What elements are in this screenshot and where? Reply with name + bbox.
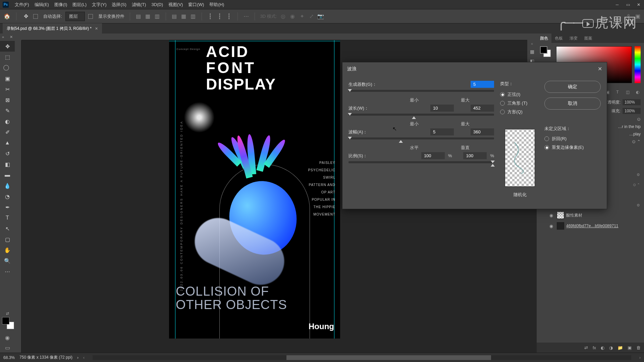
shape-tool[interactable]: ▢ — [0, 234, 15, 245]
distribute-v-icon[interactable]: ┇ — [217, 13, 223, 19]
stamp-tool[interactable]: ▲ — [0, 137, 15, 148]
delete-icon[interactable]: 🗑 — [636, 345, 641, 350]
swatches-tab[interactable]: 色板 — [551, 34, 566, 43]
color-panel-swatch[interactable] — [540, 46, 551, 57]
dodge-tool[interactable]: ◔ — [0, 191, 15, 202]
visibility-icon[interactable]: ◉ — [549, 224, 555, 229]
healing-tool[interactable]: ◐ — [0, 116, 15, 127]
menu-window[interactable]: 窗口(W) — [185, 0, 207, 9]
new-layer-icon[interactable]: ▣ — [628, 345, 632, 350]
randomize-button[interactable]: 随机化 — [506, 190, 534, 199]
menu-filter[interactable]: 滤镜(T) — [129, 0, 149, 9]
quickmask-icon[interactable]: ◉ — [0, 333, 15, 343]
wavelength-max-input[interactable]: 452 — [471, 105, 494, 112]
adjustment-icon[interactable]: ◑ — [609, 345, 613, 350]
menu-view[interactable]: 视图(V) — [166, 0, 185, 9]
mask-icon[interactable]: ◐ — [601, 345, 604, 350]
align-top-icon[interactable]: ▤ — [171, 13, 177, 19]
gradients-tab[interactable]: 渐变 — [566, 34, 581, 43]
wrap-radio[interactable]: 折回(R) — [544, 134, 601, 143]
generators-slider[interactable] — [348, 90, 494, 92]
align-right-icon[interactable]: ▥ — [154, 13, 160, 19]
group-icon[interactable]: 📁 — [618, 345, 623, 350]
wavelength-min-input[interactable]: 10 — [430, 105, 454, 112]
eraser-tool[interactable]: ◧ — [0, 159, 15, 170]
show-transform-checkbox[interactable] — [88, 14, 93, 19]
layer-external[interactable]: ◉ 469fd0fbd77e…b5fe0089711 — [540, 221, 641, 231]
crop-tool[interactable]: ✂ — [0, 84, 15, 95]
dock-icon-1[interactable]: ▦ — [529, 48, 535, 55]
amplitude-slider[interactable] — [348, 137, 494, 139]
more-tools[interactable]: ⋯ — [0, 266, 15, 277]
align-hcenter-icon[interactable]: ▦ — [145, 13, 151, 19]
filter-settings-icon[interactable]: ⚙ — [637, 173, 640, 177]
repeat-radio[interactable]: 重复边缘像素(E) — [544, 143, 601, 152]
filter-settings-icon[interactable]: ⚙ — [637, 203, 640, 207]
dialog-close-icon[interactable]: ✕ — [598, 66, 602, 72]
menu-3d[interactable]: 3D(D) — [149, 1, 166, 8]
hand-tool[interactable]: ✋ — [0, 245, 15, 255]
menu-select[interactable]: 选择(S) — [109, 0, 129, 9]
filter-smart-icon[interactable]: ◐ — [635, 89, 641, 95]
fill-field[interactable]: 100% — [623, 108, 641, 114]
align-left-icon[interactable]: ▤ — [136, 13, 142, 19]
blur-tool[interactable]: 💧 — [0, 180, 15, 191]
auto-select-checkbox[interactable] — [33, 14, 38, 19]
align-bottom-icon[interactable]: ▥ — [190, 13, 196, 19]
opacity-field[interactable]: 100% — [623, 99, 641, 105]
ok-button[interactable]: 确定 — [544, 81, 601, 93]
amplitude-max-input[interactable]: 360 — [471, 128, 494, 135]
lasso-tool[interactable]: ⃝ — [0, 62, 15, 73]
history-brush-tool[interactable]: ↺ — [0, 148, 15, 159]
filter-shape-icon[interactable]: ◫ — [625, 89, 631, 95]
workspace-icon[interactable]: ▣ — [635, 13, 641, 19]
cancel-button[interactable]: 取消 — [544, 98, 601, 110]
scale-h-input[interactable]: 100 — [421, 152, 445, 159]
menu-edit[interactable]: 编辑(E) — [32, 0, 52, 9]
pen-tool[interactable]: ✒ — [0, 202, 15, 213]
filter-text-icon[interactable]: T — [614, 89, 621, 95]
swap-colors-icon[interactable]: ⇄ — [2, 311, 13, 316]
layer-acid[interactable]: ◉ 酸性素材 — [540, 210, 641, 221]
share-icon[interactable]: ⇪ — [625, 13, 631, 19]
gradient-tool[interactable]: ▬ — [0, 170, 15, 180]
menu-layer[interactable]: 图层(L) — [70, 0, 89, 9]
frame-tool[interactable]: ⊠ — [0, 95, 15, 105]
doc-info[interactable]: 750 像素 x 1334 像素 (72 ppi) — [19, 355, 72, 360]
distribute-h-icon[interactable]: ┇ — [207, 13, 213, 19]
generators-input[interactable]: 5 — [471, 81, 494, 88]
path-select-tool[interactable]: ↖ — [0, 223, 15, 234]
layer-dropdown[interactable]: 图层 — [65, 12, 85, 21]
screen-mode-icon[interactable]: ▭ — [0, 343, 15, 353]
doc-info-chevron[interactable]: › — [77, 355, 78, 360]
lock-target-icon[interactable]: ⊙ — [637, 117, 641, 122]
wavelength-slider[interactable] — [348, 114, 494, 116]
zoom-tool[interactable]: 🔍 — [0, 255, 15, 266]
home-icon[interactable]: 🏠 — [3, 13, 11, 20]
type-square-radio[interactable]: 方形(Q) — [500, 108, 540, 116]
color-swatches[interactable] — [2, 317, 14, 329]
fx-icon[interactable]: fx — [593, 345, 596, 350]
link-layers-icon[interactable]: ⇄ — [584, 345, 588, 350]
menu-help[interactable]: 帮助(H) — [207, 0, 227, 9]
marquee-tool[interactable]: ⬚ — [0, 52, 15, 62]
scale-v-input[interactable]: 100 — [463, 152, 487, 159]
amplitude-min-input[interactable]: 5 — [430, 128, 454, 135]
hue-strip[interactable] — [635, 46, 641, 83]
ruler-horizontal[interactable] — [21, 34, 537, 40]
horizontal-scrollbar[interactable] — [93, 355, 631, 360]
menu-image[interactable]: 图像(I) — [52, 0, 70, 9]
more-icon[interactable]: ⋯ — [243, 13, 249, 19]
color-tab[interactable]: 颜色 — [537, 34, 551, 43]
scale-slider[interactable] — [348, 161, 494, 163]
brush-tool[interactable]: ✐ — [0, 127, 15, 137]
fx-toggle-icon[interactable]: ⊙ ⌃ — [632, 139, 641, 144]
type-tool[interactable]: T — [0, 213, 15, 223]
maximize-button[interactable]: ▭ — [623, 1, 633, 9]
visibility-icon[interactable]: ◉ — [549, 213, 555, 218]
menu-type[interactable]: 文字(Y) — [89, 0, 109, 9]
minimize-button[interactable]: ─ — [612, 1, 623, 9]
close-window-button[interactable]: ✕ — [633, 1, 644, 9]
ruler-vertical[interactable] — [15, 40, 21, 353]
align-vcenter-icon[interactable]: ▦ — [181, 13, 187, 19]
